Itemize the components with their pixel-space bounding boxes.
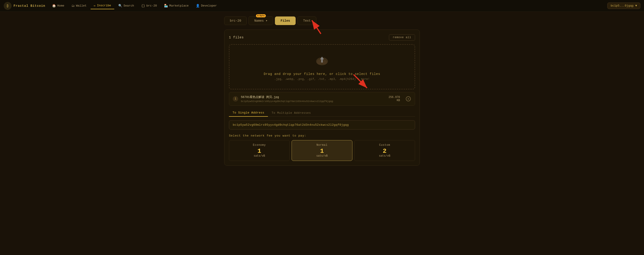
file-remove-button[interactable]: ✕ [405,96,411,102]
tab-text[interactable]: Text [298,17,316,25]
pencil-icon: ✏️ [94,4,96,8]
nav-item-search[interactable]: 🔍 Search [115,3,137,9]
search-icon: 🔍 [118,4,122,8]
files-count: 1 files [229,36,244,39]
file-index: 1 [233,96,238,102]
nav-label-wallet: Wallet [76,4,86,8]
nav-label-inscribe: Inscribe [97,4,111,7]
close-circle-icon: ✕ [406,96,411,101]
fee-normal-amount: 1 [294,148,350,154]
svg-text:₿: ₿ [7,4,8,8]
fee-custom-amount: 2 [357,148,412,154]
wallet-icon: 🗂 [72,4,74,8]
fee-custom[interactable]: Custom 2 sats/vB [354,140,415,161]
fee-economy-label: Economy [232,144,287,147]
nav-item-inscribe[interactable]: ✏️ Inscribe [90,2,114,9]
drop-zone-sub-text: .jpg, .webp, .png, .gif, .txt, .mp3, .mp… [234,78,410,81]
tab-names[interactable]: 5-byte Names ▾ [248,16,273,25]
fee-economy[interactable]: Economy 1 sats/vB [229,140,290,161]
logo-icon: ₿ [4,2,12,10]
fee-select-label: Select the network fee you want to pay: [229,134,415,137]
file-info: 56781看热点解读 拷贝.jpg bc1p5yw52vg69mlrs95yyx… [241,95,386,103]
marketplace-icon: 🏪 [164,4,168,8]
drop-zone-main-text: Drag and drop your files here, or click … [234,72,410,76]
file-size-unit: KB [389,99,400,102]
developer-icon: 👤 [196,4,200,8]
main-content: brc-20 5-byte Names ▾ Files Text 1 files… [220,12,424,170]
nav-item-wallet[interactable]: 🗂 Wallet [68,3,90,9]
nav-label-home: Home [57,4,64,8]
nav-item-brc20[interactable]: {} brc-20 [138,3,160,9]
brc20-icon: {} [141,4,145,8]
nav-label-search: Search [124,4,134,8]
remove-all-button[interactable]: remove all [389,34,415,41]
addr-tab-multiple[interactable]: To Multiple Addresses [268,109,314,116]
inscription-tabs: brc-20 5-byte Names ▾ Files Text [224,16,420,25]
upload-icon [314,53,330,69]
address-tabs: To Single Address To Multiple Addresses [229,109,415,117]
nav-label-marketplace: Marketplace [169,4,188,8]
nav-logo[interactable]: ₿ Fractal Bitcoin [4,2,45,10]
nav-label-brc20: brc-20 [146,4,157,8]
five-byte-badge: 5-byte [256,14,266,17]
nav-item-developer[interactable]: 👤 Developer [193,3,220,9]
file-drop-zone[interactable]: Drag and drop your files here, or click … [229,44,415,89]
addr-tab-single[interactable]: To Single Address [229,109,268,117]
tab-files[interactable]: Files [275,17,296,25]
wallet-address: bc1p5...0jgqg ▼ [611,4,637,8]
fee-economy-amount: 1 [232,148,287,154]
tab-brc20[interactable]: brc-20 [224,17,247,25]
file-size-value: 256.970 [389,96,400,99]
fee-normal-unit: sats/vB [294,154,350,157]
fee-normal-label: Normal [294,144,350,147]
home-icon: 🏠 [52,4,56,8]
fee-custom-label: Custom [357,144,412,147]
inscribe-panel: 1 files remove all Drag and drop your fi… [224,30,420,166]
fee-normal[interactable]: Normal 1 sats/vB [292,140,352,161]
file-size: 256.970 KB [389,96,400,102]
recipient-address-input[interactable] [229,120,415,130]
cloud-upload-svg [314,53,330,69]
fee-custom-unit: sats/vB [357,154,412,157]
fee-economy-unit: sats/vB [232,154,287,157]
nav-label-developer: Developer [201,4,217,8]
nav-item-home[interactable]: 🏠 Home [49,3,67,9]
fee-options: Economy 1 sats/vB Normal 1 sats/vB Custo… [229,140,415,161]
file-address: bc1p5yw52vg69mlrs95yyx4gd9chqtlqp76at2d3… [241,100,386,103]
wallet-connect-button[interactable]: bc1p5...0jgqg ▼ [607,3,640,9]
nav-item-marketplace[interactable]: 🏪 Marketplace [161,3,192,9]
file-name: 56781看热点解读 拷贝.jpg [241,95,386,99]
file-list-item: 1 56781看热点解读 拷贝.jpg bc1p5yw52vg69mlrs95y… [229,92,415,106]
panel-header: 1 files remove all [229,34,415,41]
navbar: ₿ Fractal Bitcoin 🏠 Home 🗂 Wallet ✏️ Ins… [0,0,644,12]
brand-name: Fractal Bitcoin [14,4,45,8]
